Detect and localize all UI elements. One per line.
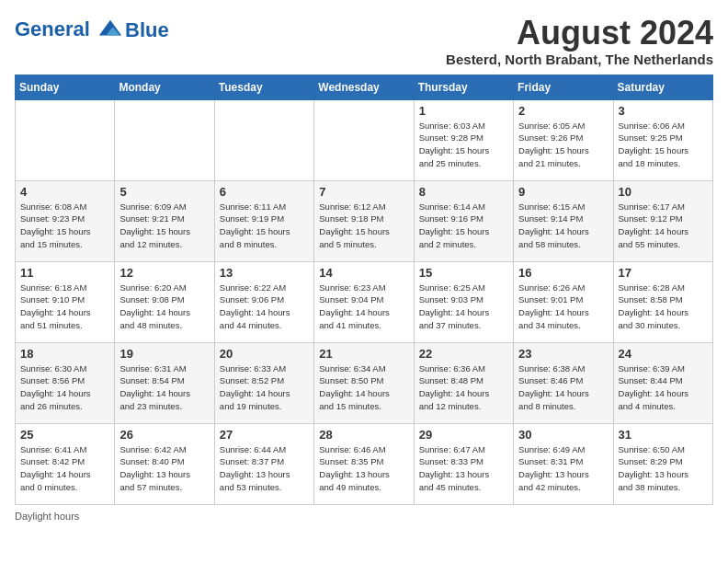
day-info: Sunrise: 6:23 AM Sunset: 9:04 PM Dayligh… [319, 282, 408, 332]
logo-blue: Blue [125, 18, 169, 42]
header: General Blue August 2024 Besterd, North … [15, 15, 713, 67]
day-info: Sunrise: 6:47 AM Sunset: 8:33 PM Dayligh… [419, 443, 508, 494]
header-day: Sunday [16, 75, 115, 99]
day-info: Sunrise: 6:44 AM Sunset: 8:37 PM Dayligh… [220, 443, 309, 494]
calendar-cell: 19Sunrise: 6:31 AM Sunset: 8:54 PM Dayli… [115, 342, 214, 423]
day-number: 19 [119, 347, 209, 361]
day-info: Sunrise: 6:41 AM Sunset: 8:42 PM Dayligh… [20, 443, 109, 494]
day-number: 16 [518, 266, 608, 280]
calendar-cell: 15Sunrise: 6:25 AM Sunset: 9:03 PM Dayli… [414, 261, 513, 342]
calendar-cell: 29Sunrise: 6:47 AM Sunset: 8:33 PM Dayli… [414, 423, 513, 504]
day-number: 11 [20, 266, 109, 280]
calendar-cell: 12Sunrise: 6:20 AM Sunset: 9:08 PM Dayli… [115, 261, 214, 342]
day-number: 29 [419, 428, 508, 442]
day-number: 12 [119, 266, 209, 280]
calendar-cell: 22Sunrise: 6:36 AM Sunset: 8:48 PM Dayli… [414, 342, 513, 423]
calendar-cell [214, 99, 313, 180]
day-info: Sunrise: 6:22 AM Sunset: 9:06 PM Dayligh… [220, 282, 309, 332]
day-info: Sunrise: 6:50 AM Sunset: 8:29 PM Dayligh… [619, 443, 708, 494]
day-number: 25 [20, 428, 109, 442]
calendar-cell: 6Sunrise: 6:11 AM Sunset: 9:19 PM Daylig… [214, 180, 313, 261]
calendar-week-row: 4Sunrise: 6:08 AM Sunset: 9:23 PM Daylig… [16, 180, 713, 261]
title-block: August 2024 Besterd, North Brabant, The … [446, 15, 713, 67]
day-info: Sunrise: 6:38 AM Sunset: 8:46 PM Dayligh… [518, 362, 608, 413]
day-info: Sunrise: 6:14 AM Sunset: 9:16 PM Dayligh… [419, 201, 508, 251]
calendar-cell [115, 99, 214, 180]
day-info: Sunrise: 6:49 AM Sunset: 8:31 PM Dayligh… [518, 443, 608, 494]
day-info: Sunrise: 6:05 AM Sunset: 9:26 PM Dayligh… [518, 120, 608, 170]
day-info: Sunrise: 6:46 AM Sunset: 8:35 PM Dayligh… [319, 443, 408, 494]
day-number: 15 [419, 266, 508, 280]
day-number: 31 [619, 428, 708, 442]
day-info: Sunrise: 6:28 AM Sunset: 8:58 PM Dayligh… [619, 282, 708, 332]
day-number: 8 [419, 185, 508, 199]
header-day: Monday [115, 75, 214, 99]
calendar-cell: 28Sunrise: 6:46 AM Sunset: 8:35 PM Dayli… [314, 423, 414, 504]
calendar-cell [314, 99, 414, 180]
calendar-cell: 11Sunrise: 6:18 AM Sunset: 9:10 PM Dayli… [16, 261, 115, 342]
day-info: Sunrise: 6:31 AM Sunset: 8:54 PM Dayligh… [119, 362, 209, 413]
day-info: Sunrise: 6:12 AM Sunset: 9:18 PM Dayligh… [319, 201, 408, 251]
calendar-cell: 26Sunrise: 6:42 AM Sunset: 8:40 PM Dayli… [115, 423, 214, 504]
day-number: 7 [319, 185, 408, 199]
day-number: 5 [119, 185, 209, 199]
day-info: Sunrise: 6:09 AM Sunset: 9:21 PM Dayligh… [119, 201, 209, 251]
month-title: August 2024 [446, 15, 713, 52]
day-number: 23 [518, 347, 608, 361]
page-container: General Blue August 2024 Besterd, North … [15, 15, 713, 522]
day-info: Sunrise: 6:39 AM Sunset: 8:44 PM Dayligh… [619, 362, 708, 413]
day-number: 6 [220, 185, 309, 199]
calendar-cell: 13Sunrise: 6:22 AM Sunset: 9:06 PM Dayli… [214, 261, 313, 342]
header-day: Saturday [613, 75, 712, 99]
footer-note: Daylight hours [15, 511, 713, 522]
calendar-table: SundayMondayTuesdayWednesdayThursdayFrid… [15, 75, 713, 505]
day-info: Sunrise: 6:25 AM Sunset: 9:03 PM Dayligh… [419, 282, 508, 332]
day-number: 2 [518, 104, 608, 118]
calendar-cell: 3Sunrise: 6:06 AM Sunset: 9:25 PM Daylig… [613, 99, 712, 180]
day-info: Sunrise: 6:20 AM Sunset: 9:08 PM Dayligh… [119, 282, 209, 332]
calendar-cell: 17Sunrise: 6:28 AM Sunset: 8:58 PM Dayli… [613, 261, 712, 342]
day-number: 9 [518, 185, 608, 199]
day-number: 18 [20, 347, 109, 361]
calendar-header: SundayMondayTuesdayWednesdayThursdayFrid… [16, 75, 713, 99]
day-number: 4 [20, 185, 109, 199]
calendar-week-row: 1Sunrise: 6:03 AM Sunset: 9:28 PM Daylig… [16, 99, 713, 180]
day-info: Sunrise: 6:42 AM Sunset: 8:40 PM Dayligh… [119, 443, 209, 494]
calendar-week-row: 18Sunrise: 6:30 AM Sunset: 8:56 PM Dayli… [16, 342, 713, 423]
day-info: Sunrise: 6:08 AM Sunset: 9:23 PM Dayligh… [20, 201, 109, 251]
day-number: 21 [319, 347, 408, 361]
logo-text: General [15, 18, 123, 41]
calendar-cell [16, 99, 115, 180]
calendar-cell: 5Sunrise: 6:09 AM Sunset: 9:21 PM Daylig… [115, 180, 214, 261]
day-info: Sunrise: 6:18 AM Sunset: 9:10 PM Dayligh… [20, 282, 109, 332]
day-info: Sunrise: 6:17 AM Sunset: 9:12 PM Dayligh… [619, 201, 708, 251]
calendar-cell: 16Sunrise: 6:26 AM Sunset: 9:01 PM Dayli… [514, 261, 613, 342]
day-info: Sunrise: 6:11 AM Sunset: 9:19 PM Dayligh… [220, 201, 309, 251]
calendar-cell: 4Sunrise: 6:08 AM Sunset: 9:23 PM Daylig… [16, 180, 115, 261]
day-number: 3 [619, 104, 708, 118]
day-number: 30 [518, 428, 608, 442]
calendar-cell: 25Sunrise: 6:41 AM Sunset: 8:42 PM Dayli… [16, 423, 115, 504]
calendar-cell: 1Sunrise: 6:03 AM Sunset: 9:28 PM Daylig… [414, 99, 513, 180]
calendar-cell: 2Sunrise: 6:05 AM Sunset: 9:26 PM Daylig… [514, 99, 613, 180]
calendar-cell: 20Sunrise: 6:33 AM Sunset: 8:52 PM Dayli… [214, 342, 313, 423]
day-number: 26 [119, 428, 209, 442]
day-info: Sunrise: 6:03 AM Sunset: 9:28 PM Dayligh… [419, 120, 508, 170]
calendar-cell: 14Sunrise: 6:23 AM Sunset: 9:04 PM Dayli… [314, 261, 414, 342]
day-number: 10 [619, 185, 708, 199]
day-info: Sunrise: 6:33 AM Sunset: 8:52 PM Dayligh… [220, 362, 309, 413]
header-day: Thursday [414, 75, 513, 99]
day-info: Sunrise: 6:15 AM Sunset: 9:14 PM Dayligh… [518, 201, 608, 251]
calendar-cell: 10Sunrise: 6:17 AM Sunset: 9:12 PM Dayli… [613, 180, 712, 261]
day-info: Sunrise: 6:36 AM Sunset: 8:48 PM Dayligh… [419, 362, 508, 413]
day-number: 14 [319, 266, 408, 280]
calendar-cell: 30Sunrise: 6:49 AM Sunset: 8:31 PM Dayli… [514, 423, 613, 504]
calendar-week-row: 11Sunrise: 6:18 AM Sunset: 9:10 PM Dayli… [16, 261, 713, 342]
logo-general: General [15, 17, 90, 40]
calendar-cell: 23Sunrise: 6:38 AM Sunset: 8:46 PM Dayli… [514, 342, 613, 423]
calendar-cell: 21Sunrise: 6:34 AM Sunset: 8:50 PM Dayli… [314, 342, 414, 423]
header-day: Tuesday [214, 75, 313, 99]
day-number: 27 [220, 428, 309, 442]
day-number: 22 [419, 347, 508, 361]
calendar-week-row: 25Sunrise: 6:41 AM Sunset: 8:42 PM Dayli… [16, 423, 713, 504]
